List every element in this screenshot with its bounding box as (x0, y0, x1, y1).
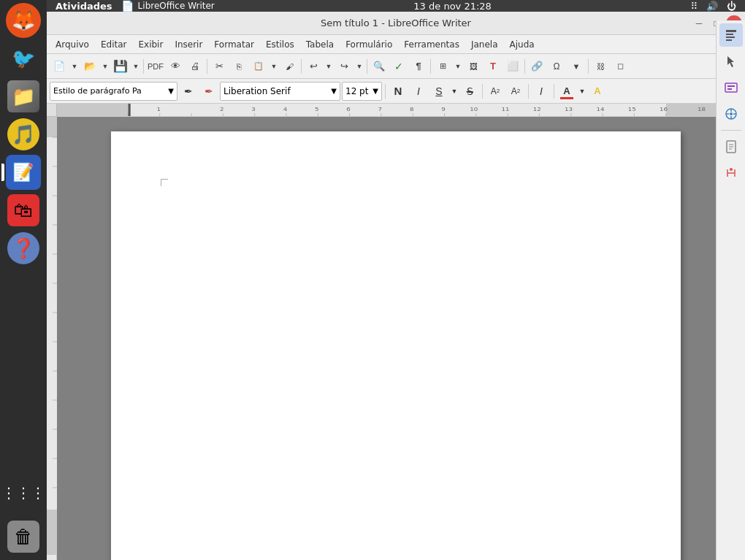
font-size-select[interactable]: 12 pt ▼ (342, 82, 382, 101)
navigator-button[interactable]: ◻ (611, 57, 630, 76)
underline-dropdown[interactable]: ▼ (450, 82, 459, 101)
dock-files[interactable]: 📁 (6, 79, 41, 114)
menu-janela[interactable]: Janela (465, 38, 504, 51)
paragraph-style-select[interactable]: Estilo de parágrafo Pa ▼ (50, 82, 177, 101)
menu-ajuda[interactable]: Ajuda (504, 38, 540, 51)
subscript-button[interactable]: A2 (506, 82, 525, 101)
doc-icon: 📄 (121, 0, 134, 12)
italic2-button[interactable]: I (532, 82, 551, 101)
insert-textbox-button[interactable]: T (484, 57, 503, 76)
highlight-button[interactable]: A (588, 82, 607, 101)
dock-software[interactable]: 🛍 (6, 193, 41, 228)
insert-table-button[interactable]: ⊞ (433, 57, 452, 76)
power-icon[interactable]: ⏻ (727, 1, 736, 12)
superscript-button[interactable]: A2 (486, 82, 505, 101)
datetime-label: 13 de nov 21:28 (215, 1, 691, 12)
save-button[interactable]: 💾 (111, 57, 130, 76)
navigator-panel-button[interactable] (719, 102, 743, 126)
insert-textbox-btn2[interactable]: ⬜ (503, 57, 522, 76)
svg-text:9: 9 (441, 106, 446, 112)
activities-button[interactable]: Atividades (56, 1, 112, 12)
font-size-chevron-icon: ▼ (372, 87, 378, 95)
menu-inserir[interactable]: Inserir (169, 38, 208, 51)
table-dropdown[interactable]: ▼ (453, 57, 463, 76)
menu-formatar[interactable]: Formatar (208, 38, 260, 51)
ruler-corner (47, 104, 57, 117)
toolbar-sep-2 (207, 59, 207, 74)
insert-special-char[interactable]: Ω (547, 57, 566, 76)
dock-writer[interactable]: 📝 (6, 155, 41, 190)
document-page[interactable] (111, 131, 681, 560)
copy-button[interactable]: ⎘ (229, 57, 248, 76)
insert-link-button[interactable]: 🔗 (527, 57, 546, 76)
svg-rect-60 (727, 85, 735, 87)
content-area: ▲ ▼ (47, 117, 745, 560)
hyperlink-button[interactable]: ⛓ (591, 57, 610, 76)
cut-button[interactable]: ✂ (210, 57, 229, 76)
strikethrough-button[interactable]: S̶ (460, 82, 479, 101)
menu-estilos[interactable]: Estilos (260, 38, 300, 51)
menu-ferramentas[interactable]: Ferramentas (398, 38, 465, 51)
menu-editar[interactable]: Editar (95, 38, 133, 51)
dock-firefox[interactable]: 🦊 (6, 3, 41, 38)
svg-rect-38 (128, 104, 130, 116)
svg-text:5: 5 (315, 106, 319, 112)
undo-dropdown[interactable]: ▼ (324, 57, 334, 76)
redo-button[interactable]: ↪ (335, 57, 354, 76)
style-painter2[interactable]: ✒ (199, 82, 218, 101)
dock-rhythmbox[interactable]: 🎵 (6, 117, 41, 152)
svg-text:14: 14 (596, 106, 604, 112)
menu-arquivo[interactable]: Arquivo (50, 38, 95, 51)
dock-trash[interactable]: 🗑 (6, 519, 41, 554)
font-name-select[interactable]: Liberation Serif ▼ (220, 82, 340, 101)
svg-text:2: 2 (220, 106, 224, 112)
nonprint-chars-button[interactable]: ¶ (409, 57, 428, 76)
new-button[interactable]: 📄 (50, 57, 69, 76)
italic-button[interactable]: I (409, 82, 428, 101)
forms-panel-button[interactable] (719, 76, 743, 99)
document-viewport[interactable] (57, 117, 735, 560)
font-color-dropdown[interactable]: ▼ (578, 82, 587, 101)
menu-formulario[interactable]: Formulário (340, 38, 398, 51)
paste-button[interactable]: 📋 (249, 57, 268, 76)
horizontal-ruler: 1 2 3 4 5 6 7 8 9 10 11 12 13 14 15 16 1 (57, 104, 745, 117)
insert-image-button[interactable]: 🖼 (464, 57, 483, 76)
paragraph-style-icon: ▼ (168, 87, 174, 95)
save-dropdown[interactable]: ▼ (131, 57, 141, 76)
page-panel-button[interactable] (719, 135, 743, 158)
pointer-panel-button[interactable] (719, 50, 743, 73)
dock-help[interactable]: ❓ (6, 231, 41, 266)
styles-panel-button[interactable] (719, 23, 743, 47)
menu-tabela[interactable]: Tabela (300, 38, 340, 51)
underline-button[interactable]: S (429, 82, 448, 101)
paste-dropdown[interactable]: ▼ (269, 57, 279, 76)
dock-apps[interactable]: ⋮⋮⋮ (6, 475, 41, 510)
fmt-sep-1 (385, 84, 386, 99)
strikethrough-label: S̶ (467, 85, 473, 97)
new-dropdown[interactable]: ▼ (69, 57, 80, 76)
undo-button[interactable]: ↩ (304, 57, 323, 76)
font-name-value: Liberation Serif (224, 86, 291, 96)
print-preview-button[interactable]: 👁 (166, 57, 185, 76)
bold-button[interactable]: N (389, 82, 408, 101)
print-button[interactable]: 🖨 (186, 57, 205, 76)
macro-panel-button[interactable] (719, 161, 743, 185)
toolbar-sep-6 (524, 59, 525, 74)
dock-thunderbird[interactable]: 🐦 (6, 41, 41, 76)
find-button[interactable]: 🔍 (370, 57, 389, 76)
network-icon[interactable]: ⠿ (690, 1, 698, 12)
menu-exibir[interactable]: Exibir (132, 38, 169, 51)
open-dropdown[interactable]: ▼ (100, 57, 110, 76)
redo-dropdown[interactable]: ▼ (354, 57, 364, 76)
volume-icon[interactable]: 🔊 (706, 1, 718, 12)
minimize-button[interactable]: ─ (691, 15, 707, 31)
font-color-button[interactable]: A (557, 82, 576, 101)
system-bar: Atividades 📄 LibreOffice Writer 13 de no… (47, 0, 745, 12)
spellcheck-button[interactable]: ✓ (389, 57, 408, 76)
style-painter1[interactable]: ✒ (179, 82, 198, 101)
insert-special-btn2[interactable]: ▼ (567, 57, 586, 76)
window-title: Sem título 1 - LibreOffice Writer (321, 18, 471, 28)
open-button[interactable]: 📂 (80, 57, 99, 76)
clone-format-button[interactable]: 🖌 (280, 57, 299, 76)
export-pdf-button[interactable]: PDF (146, 57, 165, 76)
